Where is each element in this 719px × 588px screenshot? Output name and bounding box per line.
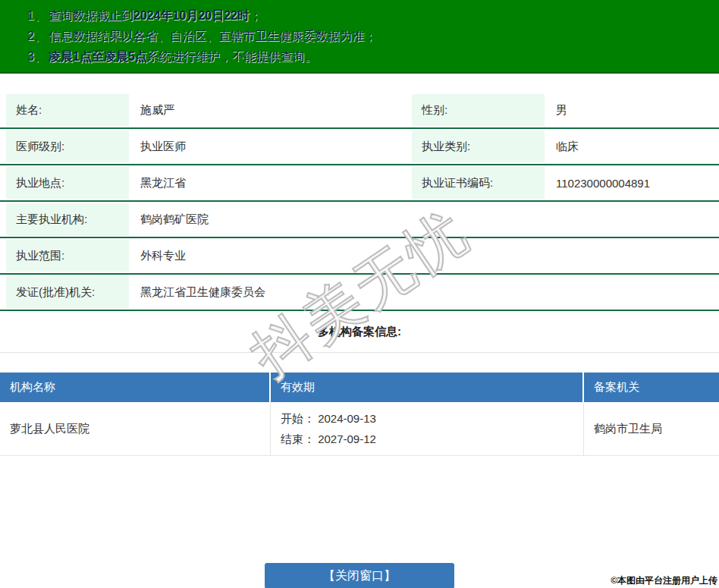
field-value-name: 施威严 bbox=[129, 93, 412, 127]
notice-line-2: 2、 信息数据结果以各省、自治区、直辖市卫生健康委数据为准； bbox=[27, 26, 711, 46]
filing-validity: 开始： 2024-09-13 结束： 2027-09-12 bbox=[271, 402, 584, 455]
notice-text-bold: 2024年10月20日22时 bbox=[133, 5, 250, 26]
notice-text-bold: 凌晨1点至凌晨5点 bbox=[49, 46, 147, 67]
field-value-practice-scope: 外科专业 bbox=[129, 238, 719, 273]
notice-line-3: 3、 凌晨1点至凌晨5点 系统进行维护，不能提供查询。 bbox=[27, 46, 711, 67]
upload-credit-text: ©本图由平台注册用户上传 bbox=[611, 574, 717, 587]
notice-text: 系统进行维护，不能提供查询。 bbox=[147, 46, 317, 67]
table-row: 姓名: 施威严 性别: 男 bbox=[0, 93, 719, 129]
notice-text: ； bbox=[250, 5, 262, 26]
column-header-filing-authority: 备案机关 bbox=[584, 373, 719, 402]
table-row: 医师级别: 执业医师 执业类别: 临床 bbox=[0, 129, 719, 165]
filing-section-title: 多机构备案信息: bbox=[0, 311, 719, 353]
field-label-doctor-level: 医师级别: bbox=[6, 130, 129, 162]
field-value-practice-location: 黑龙江省 bbox=[129, 165, 412, 200]
field-label-gender: 性别: bbox=[412, 94, 545, 126]
table-row: 主要执业机构: 鹤岗鹤矿医院 bbox=[0, 202, 719, 238]
practitioner-query-result-page: 1、 查询数据截止到 2024年10月20日22时 ； 2、 信息数据结果以各省… bbox=[0, 0, 719, 588]
field-value-practice-category: 临床 bbox=[545, 129, 719, 164]
filing-validity-start: 开始： 2024-09-13 bbox=[281, 408, 583, 429]
filing-table: 机构名称 有效期 备案机关 萝北县人民医院 开始： 2024-09-13 结束：… bbox=[0, 373, 719, 456]
filing-table-row: 萝北县人民医院 开始： 2024-09-13 结束： 2027-09-12 鹤岗… bbox=[0, 402, 719, 456]
filing-table-header: 机构名称 有效期 备案机关 bbox=[0, 373, 719, 402]
table-row: 发证(批准)机关: 黑龙江省卫生健康委员会 bbox=[0, 275, 719, 311]
notice-number: 3、 bbox=[27, 46, 49, 67]
filing-authority: 鹤岗市卫生局 bbox=[584, 402, 719, 455]
notice-number: 2、 bbox=[27, 26, 49, 46]
filing-validity-end: 结束： 2027-09-12 bbox=[281, 429, 583, 449]
table-row: 执业地点: 黑龙江省 执业证书编码: 110230000004891 bbox=[0, 165, 719, 202]
notice-text: 信息数据结果以各省、自治区、直辖市卫生健康委数据为准； bbox=[49, 26, 376, 46]
notice-text: 查询数据截止到 bbox=[49, 5, 133, 26]
column-header-org-name: 机构名称 bbox=[0, 373, 271, 402]
close-window-button[interactable]: 【关闭窗口】 bbox=[265, 563, 454, 588]
notice-line-1: 1、 查询数据截止到 2024年10月20日22时 ； bbox=[27, 5, 711, 26]
field-label-issuing-authority: 发证(批准)机关: bbox=[6, 276, 129, 308]
field-label-main-institution: 主要执业机构: bbox=[6, 203, 129, 235]
table-row: 执业范围: 外科专业 bbox=[0, 238, 719, 275]
column-header-validity: 有效期 bbox=[271, 373, 584, 402]
field-value-main-institution: 鹤岗鹤矿医院 bbox=[129, 202, 719, 237]
field-value-issuing-authority: 黑龙江省卫生健康委员会 bbox=[129, 275, 719, 310]
practitioner-info-table: 姓名: 施威严 性别: 男 医师级别: 执业医师 执业类别: 临床 执业地点: … bbox=[0, 93, 719, 311]
notice-number: 1、 bbox=[27, 5, 49, 26]
field-value-certificate-number: 110230000004891 bbox=[545, 165, 719, 200]
notice-banner: 1、 查询数据截止到 2024年10月20日22时 ； 2、 信息数据结果以各省… bbox=[0, 0, 719, 74]
field-label-practice-location: 执业地点: bbox=[6, 167, 129, 199]
field-label-practice-scope: 执业范围: bbox=[6, 240, 129, 272]
field-value-doctor-level: 执业医师 bbox=[129, 129, 412, 164]
field-value-gender: 男 bbox=[545, 93, 719, 127]
field-label-name: 姓名: bbox=[6, 94, 129, 126]
field-label-practice-category: 执业类别: bbox=[412, 130, 545, 162]
field-label-certificate-number: 执业证书编码: bbox=[412, 167, 545, 199]
filing-org-name: 萝北县人民医院 bbox=[0, 402, 271, 455]
